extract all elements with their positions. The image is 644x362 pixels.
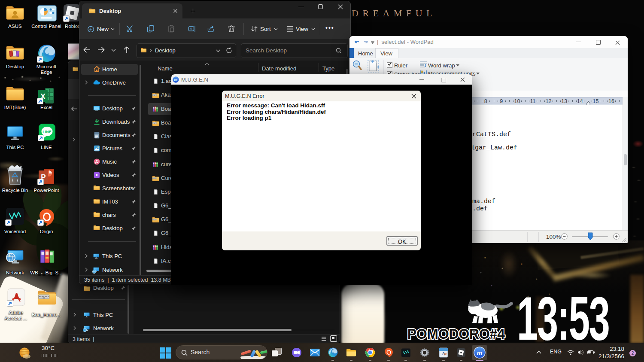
- svg-text:A: A: [190, 27, 192, 31]
- svg-text:m: m: [477, 349, 482, 357]
- svg-text:LINE: LINE: [43, 130, 52, 134]
- svg-text:POMODORO#4: POMODORO#4: [407, 326, 505, 342]
- svg-text:m: m: [174, 77, 178, 82]
